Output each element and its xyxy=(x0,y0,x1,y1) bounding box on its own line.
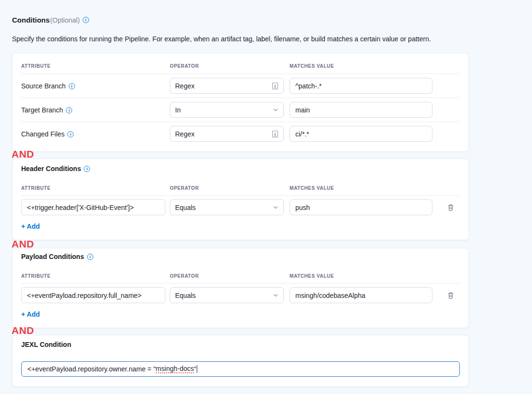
matches-value-input[interactable] xyxy=(290,78,432,94)
table-row-source-branch: Source Branch i Regex xyxy=(13,74,469,98)
operator-select[interactable]: Equals xyxy=(170,287,284,303)
info-icon[interactable]: i xyxy=(84,166,90,172)
add-condition-button[interactable]: + Add xyxy=(21,310,40,318)
operator-select[interactable]: Regex xyxy=(170,78,284,94)
column-header-attribute: ATTRIBUTE xyxy=(21,273,51,279)
delete-icon[interactable] xyxy=(446,291,456,300)
row-label-text: Changed Files xyxy=(21,130,64,138)
operator-value: In xyxy=(175,106,270,114)
column-header-matches-value: MATCHES VALUE xyxy=(290,273,334,279)
matches-value-input[interactable] xyxy=(290,287,432,303)
row-label: Target Branch i xyxy=(21,98,72,122)
and-separator: AND xyxy=(12,325,34,336)
section-title-row: Header Conditions i xyxy=(21,165,90,172)
column-header-operator: OPERATOR xyxy=(170,63,199,69)
operator-select[interactable]: In xyxy=(170,102,284,118)
row-label: Source Branch i xyxy=(21,74,75,98)
column-header-attribute: ATTRIBUTE xyxy=(21,63,51,69)
fixed-input-icon[interactable] xyxy=(272,82,279,90)
row-label-text: Source Branch xyxy=(21,82,66,90)
column-header-matches-value: MATCHES VALUE xyxy=(290,63,334,69)
section-title-row: Payload Conditions i xyxy=(21,253,93,260)
row-label-text: Target Branch xyxy=(21,106,63,114)
table-row-changed-files: Changed Files i Regex xyxy=(13,122,469,146)
header-conditions-card: Header Conditions i ATTRIBUTE OPERATOR M… xyxy=(12,159,469,240)
section-title: Header Conditions xyxy=(21,165,81,172)
info-icon[interactable]: i xyxy=(87,254,93,260)
attribute-input[interactable] xyxy=(21,199,165,215)
jexl-expression-prefix: <+eventPayload.repository.owner.name = " xyxy=(27,365,156,373)
matches-value-input[interactable] xyxy=(290,199,432,215)
branch-conditions-card: ATTRIBUTE OPERATOR MATCHES VALUE Source … xyxy=(12,53,469,152)
column-header-operator: OPERATOR xyxy=(170,185,199,191)
chevron-down-icon xyxy=(273,294,279,297)
text-cursor xyxy=(197,365,198,373)
table-header-row: ATTRIBUTE OPERATOR MATCHES VALUE xyxy=(13,53,469,74)
operator-select[interactable]: Equals xyxy=(170,199,284,215)
info-icon[interactable]: i xyxy=(83,17,89,23)
divider xyxy=(21,283,460,283)
chevron-down-icon xyxy=(273,206,279,209)
page-description: Specify the conditions for running the P… xyxy=(12,35,431,43)
optional-label: (Optional) xyxy=(50,16,79,24)
table-row-target-branch: Target Branch i In xyxy=(13,98,469,122)
and-separator: AND xyxy=(12,238,34,250)
jexl-expression-suffix: " xyxy=(194,365,196,373)
add-condition-button[interactable]: + Add xyxy=(21,222,40,230)
fixed-input-icon[interactable] xyxy=(272,130,279,138)
operator-value: Regex xyxy=(175,82,269,90)
operator-select[interactable]: Regex xyxy=(170,126,284,142)
column-header-matches-value: MATCHES VALUE xyxy=(290,185,334,191)
row-label: Changed Files i xyxy=(21,122,74,146)
attribute-input[interactable] xyxy=(21,287,165,303)
and-separator: AND xyxy=(12,148,34,160)
jexl-condition-card: JEXL Condition <+eventPayload.repository… xyxy=(12,335,469,387)
matches-value-input[interactable] xyxy=(290,126,432,142)
payload-conditions-card: Payload Conditions i ATTRIBUTE OPERATOR … xyxy=(12,248,469,328)
section-title: JEXL Condition xyxy=(21,341,71,348)
delete-icon[interactable] xyxy=(446,203,456,212)
jexl-misspelled-word: msingh-docs xyxy=(156,365,194,373)
jexl-condition-input[interactable]: <+eventPayload.repository.owner.name = "… xyxy=(21,361,460,377)
matches-value-input[interactable] xyxy=(290,102,432,118)
chevron-down-icon xyxy=(273,108,279,112)
column-header-attribute: ATTRIBUTE xyxy=(21,185,51,191)
info-icon[interactable]: i xyxy=(69,83,75,89)
page-title-row: Conditions (Optional) i xyxy=(12,16,89,24)
operator-value: Equals xyxy=(175,204,270,211)
operator-value: Equals xyxy=(175,292,270,299)
info-icon[interactable]: i xyxy=(66,107,72,113)
page-title: Conditions xyxy=(12,16,50,24)
info-icon[interactable]: i xyxy=(67,131,74,137)
divider xyxy=(21,195,460,196)
section-title: Payload Conditions xyxy=(21,253,84,260)
operator-value: Regex xyxy=(175,130,269,138)
section-title-row: JEXL Condition xyxy=(21,341,71,348)
column-header-operator: OPERATOR xyxy=(170,273,199,279)
